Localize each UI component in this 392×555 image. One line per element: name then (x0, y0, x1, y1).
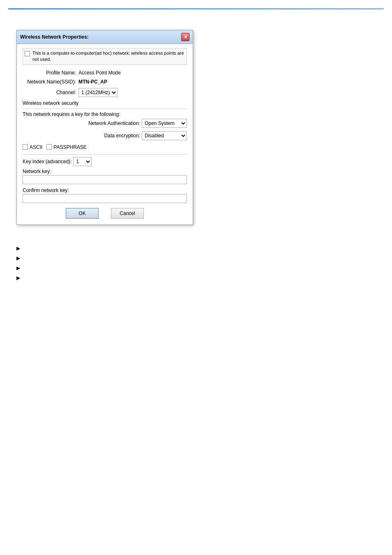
network-name-label: Network Name(SSID): (23, 79, 76, 85)
network-key-required-label: This network requires a key for the foll… (23, 111, 187, 117)
bullet-list: ▶ ▶ ▶ ▶ (8, 245, 384, 281)
bullet-arrow-3: ▶ (16, 265, 20, 271)
key-index-row: Key index (advanced): 1 2 3 4 (23, 157, 187, 166)
ascii-checkbox[interactable] (23, 144, 28, 150)
passphrase-label: PASSPHRASE (53, 144, 86, 150)
data-encryption-row: Data encryption: Disabled WEP TKIP AES (23, 131, 187, 140)
network-auth-label: Network Authentication: (88, 120, 140, 126)
profile-name-label: Profile Name: (23, 70, 76, 76)
bullet-arrow-4: ▶ (16, 275, 20, 281)
network-auth-select[interactable]: Open System Shared WPA WPA-PSK WPA2 WPA2… (142, 119, 187, 128)
top-border (8, 8, 384, 9)
data-encryption-label: Data encryption: (104, 133, 140, 139)
checkboxes-row: ASCII PASSPHRASE (23, 144, 187, 150)
confirm-key-label: Confirm network key: (23, 187, 187, 193)
channel-label: Channel: (23, 90, 76, 95)
adhoc-checkbox[interactable] (25, 51, 30, 56)
adhoc-text: This is a computer-to-computer(ad hoc) n… (32, 50, 185, 63)
separator-1 (23, 109, 187, 109)
channel-row: Channel: 1 (2412MHz) 2 (2417MHz) 3 (2422… (23, 88, 187, 97)
cancel-button[interactable]: Cancel (111, 208, 144, 219)
network-key-section: Network key: (23, 169, 187, 184)
profile-name-row: Profile Name: Access Point Mode (23, 70, 187, 76)
dialog-titlebar: Wireless Network Properties: ✕ (17, 30, 193, 44)
ok-button[interactable]: OK (66, 208, 99, 219)
wireless-network-properties-dialog: Wireless Network Properties: ✕ This is a… (16, 30, 193, 225)
separator-2 (23, 154, 187, 155)
bullet-item-2: ▶ (16, 255, 384, 261)
network-auth-row: Network Authentication: Open System Shar… (23, 119, 187, 128)
network-name-value: MTN-PC_AP (78, 79, 107, 85)
close-button[interactable]: ✕ (181, 33, 189, 41)
adhoc-notice: This is a computer-to-computer(ad hoc) n… (23, 48, 187, 65)
bullet-item-1: ▶ (16, 245, 384, 251)
buttons-row: OK Cancel (23, 208, 187, 219)
confirm-key-input[interactable] (23, 194, 187, 203)
ascii-label: ASCII (30, 144, 42, 150)
confirm-key-section: Confirm network key: (23, 187, 187, 203)
bullet-arrow-2: ▶ (16, 255, 20, 261)
bullet-item-4: ▶ (16, 275, 384, 281)
data-encryption-select[interactable]: Disabled WEP TKIP AES (142, 131, 187, 140)
bullet-item-3: ▶ (16, 265, 384, 271)
network-name-row: Network Name(SSID): MTN-PC_AP (23, 79, 187, 85)
network-key-input[interactable] (23, 175, 187, 184)
channel-select[interactable]: 1 (2412MHz) 2 (2417MHz) 3 (2422MHz) 6 (2… (78, 88, 118, 97)
channel-select-wrapper: 1 (2412MHz) 2 (2417MHz) 3 (2422MHz) 6 (2… (78, 88, 118, 97)
network-key-label: Network key: (23, 169, 187, 174)
profile-name-value: Access Point Mode (78, 70, 121, 76)
passphrase-checkbox[interactable] (46, 144, 52, 150)
dialog-body: This is a computer-to-computer(ad hoc) n… (17, 44, 193, 224)
key-index-label: Key index (advanced): (23, 159, 71, 164)
wireless-security-section-label: Wireless network security (23, 100, 187, 106)
passphrase-checkbox-item: PASSPHRASE (46, 144, 86, 150)
bullet-arrow-1: ▶ (16, 245, 20, 251)
ascii-checkbox-item: ASCII (23, 144, 42, 150)
dialog-title: Wireless Network Properties: (20, 34, 89, 40)
key-index-select[interactable]: 1 2 3 4 (73, 157, 92, 166)
